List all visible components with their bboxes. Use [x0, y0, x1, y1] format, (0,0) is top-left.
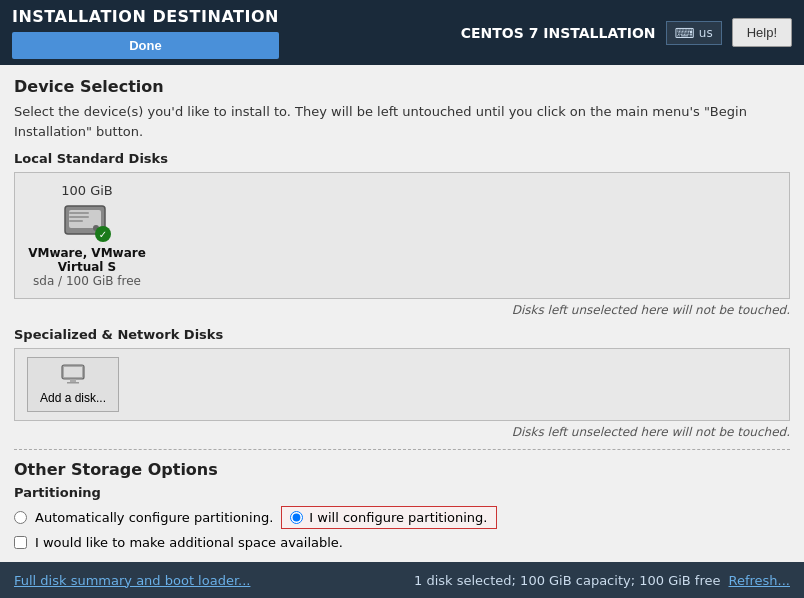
header-left: INSTALLATION DESTINATION Done [12, 7, 279, 59]
device-selection-description: Select the device(s) you'd like to insta… [14, 102, 790, 141]
manual-partition-label[interactable]: I will configure partitioning. [309, 510, 487, 525]
disk-name: VMware, VMware Virtual S [27, 246, 147, 274]
auto-partition-row: Automatically configure partitioning. I … [14, 506, 790, 529]
centos-title: CENTOS 7 INSTALLATION [461, 25, 656, 41]
disk-size: 100 GiB [61, 183, 113, 198]
footer-right: 1 disk selected; 100 GiB capacity; 100 G… [414, 573, 790, 588]
disk-summary-link[interactable]: Full disk summary and boot loader... [14, 573, 250, 588]
local-disks-container: 100 GiB ✓ VMware, VMware Virtual S sda /… [14, 172, 790, 299]
disk-info: sda / 100 GiB free [33, 274, 141, 288]
make-space-checkbox[interactable] [14, 536, 27, 549]
specialized-container: Add a disk... [14, 348, 790, 421]
auto-partition-label[interactable]: Automatically configure partitioning. [35, 510, 273, 525]
divider [14, 449, 790, 450]
svg-rect-3 [69, 212, 89, 214]
keyboard-widget[interactable]: ⌨ us [666, 21, 722, 45]
manual-partition-radio[interactable] [290, 511, 303, 524]
header-right: CENTOS 7 INSTALLATION ⌨ us Help! [461, 18, 792, 47]
done-button[interactable]: Done [12, 32, 279, 59]
svg-rect-4 [69, 216, 89, 218]
partitioning-label: Partitioning [14, 485, 790, 500]
add-disk-icon [61, 364, 85, 389]
partitioning-section: Partitioning Automatically configure par… [14, 485, 790, 550]
disk-selected-checkmark: ✓ [95, 226, 111, 242]
header: INSTALLATION DESTINATION Done CENTOS 7 I… [0, 0, 804, 65]
main-content: Device Selection Select the device(s) yo… [0, 65, 804, 562]
add-disk-svg [61, 364, 85, 384]
svg-rect-9 [67, 382, 79, 384]
add-disk-button[interactable]: Add a disk... [27, 357, 119, 412]
add-disk-label: Add a disk... [40, 391, 106, 405]
specialized-label: Specialized & Network Disks [14, 327, 790, 342]
other-storage: Other Storage Options Partitioning Autom… [14, 460, 790, 550]
other-storage-title: Other Storage Options [14, 460, 790, 479]
refresh-link[interactable]: Refresh... [729, 573, 791, 588]
help-button[interactable]: Help! [732, 18, 792, 47]
manual-partition-highlighted: I will configure partitioning. [281, 506, 496, 529]
device-selection-title: Device Selection [14, 77, 790, 96]
footer: Full disk summary and boot loader... 1 d… [0, 562, 804, 598]
disk-item[interactable]: 100 GiB ✓ VMware, VMware Virtual S sda /… [27, 183, 147, 288]
footer-status: 1 disk selected; 100 GiB capacity; 100 G… [414, 573, 720, 588]
make-space-label[interactable]: I would like to make additional space av… [35, 535, 343, 550]
auto-partition-radio[interactable] [14, 511, 27, 524]
page-title: INSTALLATION DESTINATION [12, 7, 279, 26]
svg-rect-7 [64, 367, 82, 377]
space-available-row: I would like to make additional space av… [14, 535, 790, 550]
disk-icon-wrapper: ✓ [63, 202, 111, 242]
keyboard-lang: us [699, 26, 713, 40]
specialized-disk-note: Disks left unselected here will not be t… [14, 425, 790, 439]
local-disks-label: Local Standard Disks [14, 151, 790, 166]
local-disk-note: Disks left unselected here will not be t… [14, 303, 790, 317]
svg-rect-5 [69, 220, 83, 222]
svg-rect-8 [70, 379, 76, 382]
keyboard-icon: ⌨ [675, 25, 695, 41]
